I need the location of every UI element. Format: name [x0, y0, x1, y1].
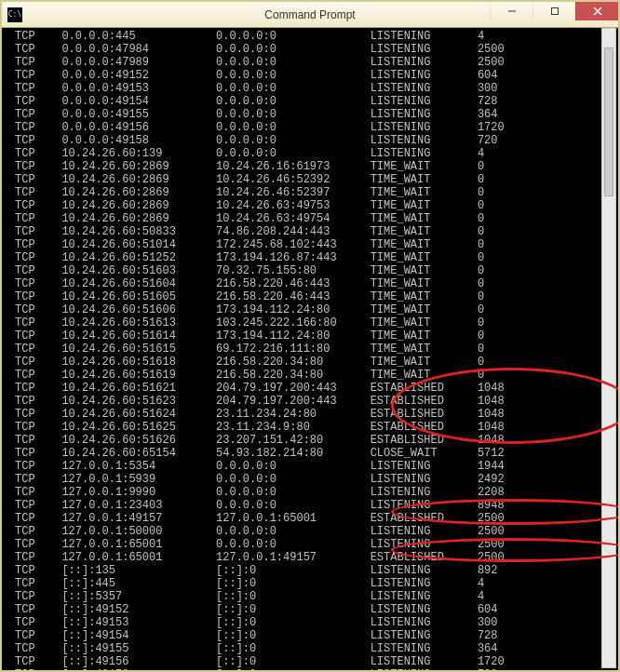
netstat-row: TCP 10.24.26.60:139 0.0.0.0:0 LISTENING …: [2, 147, 618, 160]
netstat-row: TCP 10.24.26.60:51626 23.207.151.42:80 E…: [2, 434, 618, 447]
netstat-row: TCP 10.24.26.60:2869 10.24.26.63:49754 T…: [2, 212, 618, 225]
window-buttons: [490, 2, 618, 20]
netstat-row: TCP 10.24.26.60:2869 10.24.26.46:52392 T…: [2, 173, 618, 186]
netstat-row: TCP [::]:135 [::]:0 LISTENING 892: [2, 564, 618, 577]
netstat-row: TCP 0.0.0.0:49155 0.0.0.0:0 LISTENING 36…: [2, 108, 618, 121]
netstat-row: TCP 127.0.0.1:5354 0.0.0.0:0 LISTENING 1…: [2, 460, 618, 473]
netstat-row: TCP 127.0.0.1:65001 0.0.0.0:0 LISTENING …: [2, 538, 618, 551]
netstat-row: TCP 10.24.26.60:51625 23.11.234.9:80 EST…: [2, 421, 618, 434]
netstat-row: TCP 10.24.26.60:51624 23.11.234.24:80 ES…: [2, 408, 618, 421]
netstat-row: TCP [::]:5357 [::]:0 LISTENING 4: [2, 590, 618, 603]
netstat-row: TCP 127.0.0.1:65001 127.0.0.1:49157 ESTA…: [2, 551, 618, 564]
netstat-row: TCP [::]:49156 [::]:0 LISTENING 1720: [2, 655, 618, 668]
netstat-row: TCP [::]:49155 [::]:0 LISTENING 364: [2, 642, 618, 655]
netstat-row: TCP [::]:49152 [::]:0 LISTENING 604: [2, 603, 618, 616]
netstat-row: TCP 10.24.26.60:51613 103.245.222.166:80…: [2, 316, 618, 329]
netstat-row: TCP 10.24.26.60:65154 54.93.182.214:80 C…: [2, 447, 618, 460]
netstat-row: TCP 10.24.26.60:51605 216.58.220.46:443 …: [2, 290, 618, 303]
cmd-icon: C:\: [7, 7, 22, 22]
netstat-row: TCP 0.0.0.0:49152 0.0.0.0:0 LISTENING 60…: [2, 69, 618, 82]
netstat-row: TCP 10.24.26.60:50833 74.86.208.244:443 …: [2, 225, 618, 238]
netstat-row: TCP 10.24.26.60:51623 204.79.197.200:443…: [2, 395, 618, 408]
svg-rect-1: [551, 8, 558, 15]
netstat-row: TCP 0.0.0.0:49156 0.0.0.0:0 LISTENING 17…: [2, 121, 618, 134]
netstat-row: TCP [::]:49153 [::]:0 LISTENING 300: [2, 616, 618, 629]
window-titlebar: C:\ Command Prompt: [2, 2, 618, 28]
terminal-output[interactable]: TCP 0.0.0.0:445 0.0.0.0:0 LISTENING 4TCP…: [2, 28, 618, 670]
netstat-row: TCP 10.24.26.60:51014 172.245.68.102:443…: [2, 238, 618, 251]
netstat-row: TCP 10.24.26.60:2869 10.24.26.63:49753 T…: [2, 199, 618, 212]
netstat-row: TCP 10.24.26.60:51619 216.58.220.34:80 T…: [2, 369, 618, 382]
maximize-button[interactable]: [532, 2, 575, 20]
netstat-row: TCP [::]:49158 [::]:0 LISTENING 720: [2, 668, 618, 670]
netstat-row: TCP 10.24.26.60:2869 10.24.26.16:61973 T…: [2, 160, 618, 173]
netstat-row: TCP 0.0.0.0:49158 0.0.0.0:0 LISTENING 72…: [2, 134, 618, 147]
scrollbar-track[interactable]: [601, 28, 616, 668]
netstat-row: TCP 10.24.26.60:2869 10.24.26.46:52397 T…: [2, 186, 618, 199]
netstat-row: TCP 10.24.26.60:51618 216.58.220.34:80 T…: [2, 356, 618, 369]
netstat-row: TCP 10.24.26.60:51614 173.194.112.24:80 …: [2, 329, 618, 343]
netstat-row: TCP 10.24.26.60:51252 173.194.126.87:443…: [2, 251, 618, 264]
netstat-row: TCP [::]:445 [::]:0 LISTENING 4: [2, 577, 618, 590]
netstat-row: TCP 0.0.0.0:49154 0.0.0.0:0 LISTENING 72…: [2, 95, 618, 108]
netstat-row: TCP 127.0.0.1:5939 0.0.0.0:0 LISTENING 2…: [2, 473, 618, 486]
netstat-row: TCP 0.0.0.0:445 0.0.0.0:0 LISTENING 4: [2, 30, 618, 43]
netstat-row: TCP 0.0.0.0:49153 0.0.0.0:0 LISTENING 30…: [2, 82, 618, 95]
netstat-row: TCP 10.24.26.60:51606 173.194.112.24:80 …: [2, 303, 618, 316]
netstat-row: TCP 127.0.0.1:23403 0.0.0.0:0 LISTENING …: [2, 499, 618, 512]
netstat-row: TCP 0.0.0.0:47989 0.0.0.0:0 LISTENING 25…: [2, 56, 618, 69]
netstat-row: TCP 10.24.26.60:51621 204.79.197.200:443…: [2, 382, 618, 395]
netstat-row: TCP 10.24.26.60:51603 70.32.75.155:80 TI…: [2, 264, 618, 277]
netstat-row: TCP 127.0.0.1:9990 0.0.0.0:0 LISTENING 2…: [2, 486, 618, 499]
netstat-row: TCP [::]:49154 [::]:0 LISTENING 728: [2, 629, 618, 642]
scrollbar-thumb[interactable]: [604, 47, 613, 196]
close-button[interactable]: [575, 2, 618, 20]
netstat-row: TCP 127.0.0.1:50000 0.0.0.0:0 LISTENING …: [2, 525, 618, 538]
minimize-button[interactable]: [490, 2, 532, 20]
netstat-row: TCP 10.24.26.60:51604 216.58.220.46:443 …: [2, 277, 618, 290]
netstat-row: TCP 10.24.26.60:51615 69.172.216.111:80 …: [2, 343, 618, 356]
netstat-row: TCP 0.0.0.0:47984 0.0.0.0:0 LISTENING 25…: [2, 43, 618, 56]
netstat-row: TCP 127.0.0.1:49157 127.0.0.1:65001 ESTA…: [2, 512, 618, 525]
